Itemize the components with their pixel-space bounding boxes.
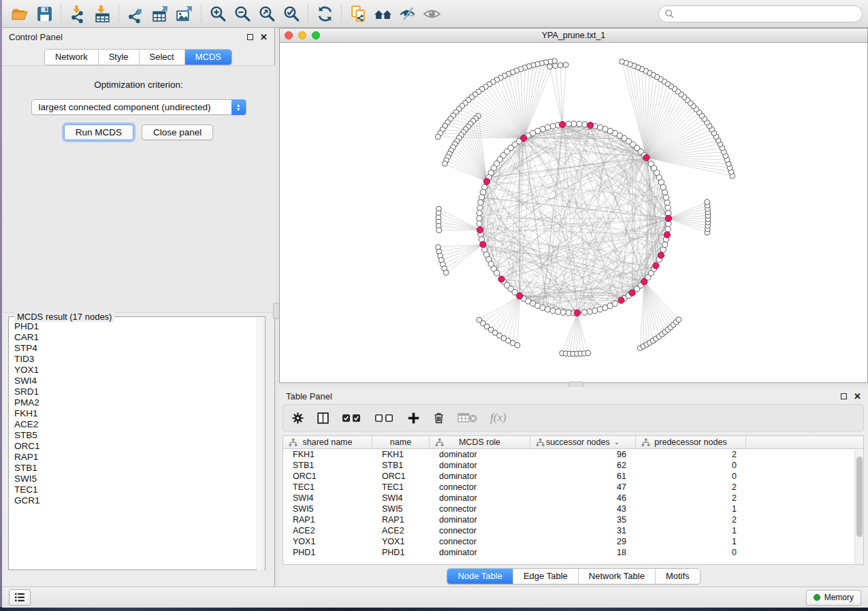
- zoom-selected-icon[interactable]: [279, 2, 304, 25]
- tab-style[interactable]: Style: [98, 50, 139, 65]
- mcds-node[interactable]: [574, 310, 580, 316]
- show-column-icon[interactable]: [317, 412, 329, 425]
- export-network-icon[interactable]: [123, 2, 148, 25]
- network-node[interactable]: [664, 200, 670, 205]
- save-icon[interactable]: [32, 2, 57, 25]
- network-node[interactable]: [477, 221, 482, 227]
- table-row[interactable]: ACE2ACE2connector311: [283, 525, 863, 536]
- close-window-icon[interactable]: [285, 31, 293, 39]
- mcds-node[interactable]: [498, 276, 504, 282]
- mcds-node[interactable]: [658, 252, 664, 259]
- network-node[interactable]: [620, 59, 625, 65]
- mcds-node[interactable]: [483, 178, 489, 184]
- mcds-node[interactable]: [653, 263, 659, 269]
- column-header-shared-name[interactable]: shared name: [283, 436, 372, 448]
- network-node[interactable]: [477, 210, 482, 216]
- deselect-all-icon[interactable]: [374, 412, 395, 423]
- network-node[interactable]: [435, 134, 440, 139]
- network-node[interactable]: [665, 226, 671, 231]
- network-node[interactable]: [571, 121, 577, 127]
- mcds-node[interactable]: [517, 293, 523, 299]
- select-all-icon[interactable]: [342, 412, 362, 423]
- table-row[interactable]: TEC1TEC1connector472: [283, 482, 863, 493]
- network-node[interactable]: [577, 121, 582, 127]
- export-image-icon[interactable]: [172, 2, 197, 25]
- column-header-successor-nodes[interactable]: successor nodes⌄: [530, 436, 636, 448]
- network-node[interactable]: [515, 343, 520, 348]
- mcds-result-item[interactable]: ORC1: [14, 441, 265, 452]
- mcds-result-item[interactable]: RAP1: [14, 452, 265, 463]
- network-node[interactable]: [592, 308, 598, 313]
- search-input[interactable]: [658, 5, 863, 22]
- network-node[interactable]: [612, 301, 617, 306]
- network-node[interactable]: [545, 306, 550, 312]
- mcds-result-item[interactable]: ACE2: [14, 419, 265, 430]
- table-row[interactable]: FKH1FKH1dominator962: [283, 449, 863, 460]
- mcds-node[interactable]: [521, 135, 527, 142]
- show-panels-list-button[interactable]: [9, 589, 31, 606]
- mcds-result-item[interactable]: PMA2: [14, 397, 265, 408]
- network-node[interactable]: [436, 227, 442, 233]
- network-canvas[interactable]: [280, 43, 867, 382]
- close-panel-icon[interactable]: ✕: [260, 34, 268, 40]
- mcds-result-item[interactable]: STB5: [14, 430, 265, 441]
- network-node[interactable]: [566, 310, 571, 316]
- mcds-result-item[interactable]: GCR1: [14, 495, 265, 506]
- table-tab-node-table[interactable]: Node Table: [447, 569, 513, 584]
- mcds-node[interactable]: [629, 290, 635, 296]
- network-node[interactable]: [477, 216, 482, 221]
- zoom-in-icon[interactable]: [206, 2, 230, 25]
- show-all-icon[interactable]: [419, 2, 444, 25]
- tab-select[interactable]: Select: [139, 50, 184, 65]
- tab-network[interactable]: Network: [45, 50, 98, 65]
- mcds-result-item[interactable]: TEC1: [14, 484, 265, 495]
- first-neighbors-icon[interactable]: [370, 2, 395, 25]
- network-node[interactable]: [560, 310, 566, 315]
- mcds-result-item[interactable]: PHD1: [14, 321, 265, 332]
- network-node[interactable]: [480, 189, 485, 195]
- network-node[interactable]: [665, 205, 671, 210]
- table-scrollbar-thumb[interactable]: [856, 457, 863, 537]
- network-node[interactable]: [478, 200, 483, 205]
- delete-column-icon[interactable]: [432, 412, 445, 425]
- network-node[interactable]: [547, 64, 553, 69]
- mcds-node[interactable]: [618, 297, 624, 303]
- refresh-icon[interactable]: [312, 2, 337, 25]
- mcds-node[interactable]: [480, 242, 486, 248]
- table-row[interactable]: PHD1PHD1dominator180: [283, 547, 863, 558]
- network-node[interactable]: [479, 195, 484, 200]
- memory-button[interactable]: Memory: [806, 590, 861, 606]
- table-tab-edge-table[interactable]: Edge Table: [513, 569, 578, 584]
- mcds-node[interactable]: [560, 121, 566, 127]
- network-node[interactable]: [550, 123, 556, 129]
- float-panel-icon[interactable]: [247, 34, 253, 40]
- table-row[interactable]: YOX1YOX1connector291: [283, 536, 863, 547]
- mcds-node[interactable]: [665, 215, 671, 221]
- new-network-from-selection-icon[interactable]: [346, 2, 370, 25]
- network-node[interactable]: [556, 309, 561, 314]
- column-header-name[interactable]: name: [372, 436, 430, 448]
- mcds-list-scrollbar[interactable]: [257, 318, 264, 570]
- float-table-panel-icon[interactable]: [841, 393, 847, 399]
- network-node[interactable]: [553, 63, 558, 69]
- table-row[interactable]: RAP1RAP1dominator352: [283, 514, 863, 525]
- mcds-result-item[interactable]: FKH1: [14, 408, 265, 419]
- add-column-icon[interactable]: [407, 412, 420, 425]
- network-node[interactable]: [581, 310, 587, 315]
- network-node[interactable]: [587, 309, 592, 314]
- mcds-node[interactable]: [588, 122, 594, 129]
- mcds-result-item[interactable]: SWI5: [14, 474, 265, 484]
- table-row[interactable]: SWI5SWI5connector431: [283, 503, 863, 514]
- close-table-panel-icon[interactable]: ✕: [854, 393, 861, 399]
- mcds-result-item[interactable]: SWI4: [14, 376, 265, 386]
- maximize-window-icon[interactable]: [312, 31, 320, 39]
- mcds-node[interactable]: [664, 232, 670, 238]
- import-network-icon[interactable]: [65, 2, 90, 25]
- mcds-result-item[interactable]: SRD1: [14, 386, 265, 397]
- table-row[interactable]: SWI4SWI4dominator462: [283, 493, 863, 503]
- network-node[interactable]: [648, 161, 654, 166]
- mcds-node[interactable]: [477, 227, 483, 233]
- network-node[interactable]: [676, 317, 681, 323]
- network-node[interactable]: [597, 125, 602, 130]
- network-node[interactable]: [477, 205, 483, 210]
